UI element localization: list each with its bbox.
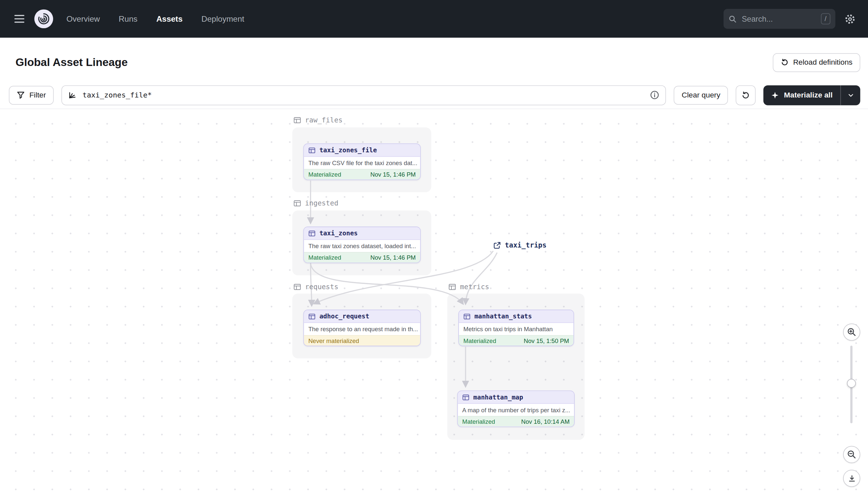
zoom-slider-thumb[interactable] <box>847 379 856 388</box>
asset-status-bar: Materialized Nov 16, 10:14 AM <box>458 416 574 426</box>
asset-card-manhattan_map[interactable]: manhattan_map A map of the number of tri… <box>457 391 575 427</box>
download-icon <box>847 474 856 483</box>
table-icon <box>463 313 471 320</box>
table-icon <box>308 229 316 237</box>
lineage-query-icon <box>68 91 76 99</box>
search-box[interactable]: / <box>724 9 835 29</box>
primary-nav: Overview Runs Assets Deployment <box>67 14 244 23</box>
filter-button[interactable]: Filter <box>9 86 54 104</box>
dagster-swirl-icon <box>37 12 51 25</box>
top-nav-bar: Overview Runs Assets Deployment / <box>0 0 868 38</box>
page-header: Global Asset Lineage Reload definitions <box>0 38 868 82</box>
group-label-raw_files: raw_files <box>293 116 342 124</box>
asset-card-adhoc_request[interactable]: adhoc_request The response to an request… <box>303 309 421 346</box>
table-icon <box>308 147 316 154</box>
table-icon <box>448 283 456 290</box>
lineage-toolbar: Filter Clear query <box>0 82 868 113</box>
download-graph-button[interactable] <box>843 470 860 487</box>
search-input[interactable] <box>741 14 817 24</box>
asset-name: manhattan_stats <box>474 312 532 320</box>
zoom-out-icon <box>847 450 856 459</box>
zoom-out-button[interactable] <box>843 446 860 463</box>
status-badge: Never materialized <box>308 338 359 344</box>
group-label-ingested: ingested <box>293 199 338 207</box>
zoom-in-icon <box>847 327 856 337</box>
nav-assets[interactable]: Assets <box>156 14 182 23</box>
table-icon <box>293 199 301 207</box>
asset-query-input[interactable] <box>81 90 645 100</box>
reload-definitions-button[interactable]: Reload definitions <box>773 53 860 72</box>
search-shortcut-badge: / <box>821 14 830 24</box>
table-icon <box>293 283 301 290</box>
status-badge: Materialized <box>463 338 496 344</box>
page-title: Global Asset Lineage <box>15 56 128 69</box>
chevron-down-icon <box>847 92 854 99</box>
table-icon <box>293 116 301 124</box>
sparkle-icon <box>771 91 779 99</box>
materialization-timestamp: Nov 16, 10:14 AM <box>521 418 570 425</box>
status-badge: Materialized <box>462 418 495 425</box>
nav-deployment[interactable]: Deployment <box>201 14 244 23</box>
table-icon <box>462 394 470 401</box>
asset-description: Metrics on taxi trips in Manhattan <box>459 323 573 335</box>
clear-query-button[interactable]: Clear query <box>674 86 728 104</box>
materialize-options-button[interactable] <box>840 85 861 105</box>
asset-name: taxi_zones <box>320 229 358 237</box>
asset-name: adhoc_request <box>320 312 369 320</box>
lineage-canvas[interactable] <box>0 109 868 495</box>
asset-status-bar: Materialized Nov 15, 1:46 PM <box>304 252 420 262</box>
materialize-all-split-button: Materialize all <box>763 85 860 105</box>
settings-gear-icon <box>844 13 855 24</box>
status-badge: Materialized <box>308 254 341 261</box>
table-icon <box>308 313 316 320</box>
asset-status-bar: Never materialized <box>304 335 420 346</box>
asset-card-manhattan_stats[interactable]: manhattan_stats Metrics on taxi trips in… <box>458 309 574 346</box>
nav-runs[interactable]: Runs <box>119 14 138 23</box>
materialization-timestamp: Nov 15, 1:46 PM <box>370 254 415 261</box>
nav-overview[interactable]: Overview <box>67 14 100 23</box>
external-asset-taxi_trips[interactable]: taxi_trips <box>491 240 549 251</box>
asset-status-bar: Materialized Nov 15, 1:50 PM <box>459 335 573 346</box>
materialization-timestamp: Nov 15, 1:50 PM <box>524 338 569 344</box>
materialize-all-button[interactable]: Materialize all <box>763 85 840 105</box>
refresh-icon <box>741 90 750 100</box>
asset-status-bar: Materialized Nov 15, 1:46 PM <box>304 169 420 180</box>
external-asset-name: taxi_trips <box>505 241 547 249</box>
asset-card-taxi_zones[interactable]: taxi_zones The raw taxi zones dataset, l… <box>303 226 421 263</box>
external-link-icon <box>493 241 501 249</box>
asset-description: The raw CSV file for the taxi zones dat.… <box>304 157 420 169</box>
zoom-in-button[interactable] <box>843 324 860 341</box>
group-label-metrics: metrics <box>448 283 489 291</box>
dagster-logo[interactable] <box>34 10 53 28</box>
asset-description: The response to an request made in th... <box>304 323 420 335</box>
reload-icon <box>780 58 789 67</box>
filter-funnel-icon <box>17 91 25 99</box>
materialization-timestamp: Nov 15, 1:46 PM <box>370 171 415 177</box>
menu-icon <box>14 15 24 16</box>
search-icon <box>729 15 737 23</box>
asset-name: manhattan_map <box>473 393 523 401</box>
refresh-graph-button[interactable] <box>736 85 756 105</box>
group-label-requests: requests <box>293 283 338 291</box>
asset-card-taxi_zones_file[interactable]: taxi_zones_file The raw CSV file for the… <box>303 143 421 180</box>
info-icon[interactable] <box>650 90 660 100</box>
asset-query-input-wrapper <box>61 85 666 105</box>
settings-button[interactable] <box>843 12 857 25</box>
asset-name: taxi_zones_file <box>320 147 377 154</box>
menu-button[interactable] <box>11 12 28 26</box>
asset-description: A map of the number of trips per taxi z.… <box>458 404 574 416</box>
app-window: Overview Runs Assets Deployment / <box>0 0 868 495</box>
asset-description: The raw taxi zones dataset, loaded int..… <box>304 240 420 252</box>
status-badge: Materialized <box>308 171 341 177</box>
